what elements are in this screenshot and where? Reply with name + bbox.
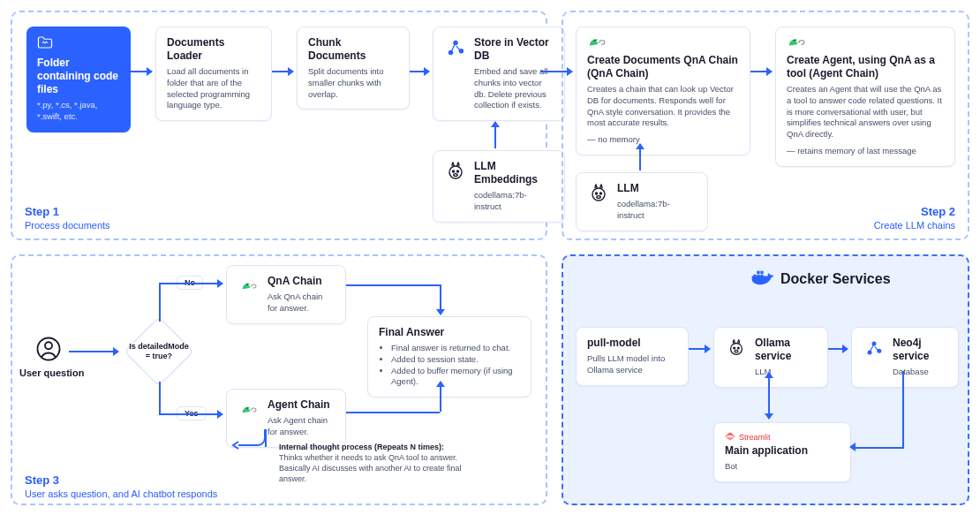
arrow-folder-loader xyxy=(131,71,152,72)
final-title: Final Answer xyxy=(379,326,520,339)
arrow-no-to-qna xyxy=(159,283,222,284)
ollama-title: Ollama service xyxy=(755,337,817,363)
agent-small-title: Agent Chain xyxy=(268,398,335,412)
agent-chain-desc: Creates an Agent that will use the QnA a… xyxy=(787,84,944,140)
streamlit-icon xyxy=(725,432,735,443)
streamlit-label: Streamlit xyxy=(739,433,771,442)
arrow-embed-vector xyxy=(494,122,496,148)
step2-label: Step 2 xyxy=(921,205,955,218)
vector-title: Store in Vector DB xyxy=(474,36,554,63)
arrow-vector-qna xyxy=(540,71,572,72)
final-bullet-1: Final answer is returned to chat. xyxy=(391,343,520,354)
ollama-card: Ollama service LLM xyxy=(713,327,828,388)
svg-point-1 xyxy=(453,41,458,46)
line-qna-out xyxy=(346,284,440,286)
services-title: Docker Services xyxy=(780,271,891,287)
loader-title: Documents Loader xyxy=(167,36,260,63)
step3-label: Step 3 xyxy=(25,473,59,487)
svg-point-25 xyxy=(735,350,738,352)
parrot-link-icon xyxy=(787,36,944,50)
svg-point-10 xyxy=(596,193,598,194)
qna-chain-desc: Creates a chain that can look up Vector … xyxy=(587,84,739,129)
user-icon xyxy=(35,336,62,364)
main-desc: Bot xyxy=(725,461,840,473)
llama-icon xyxy=(587,182,610,205)
svg-point-7 xyxy=(594,40,595,41)
folder-caption: *.py, *.cs, *.java, *.swift, etc. xyxy=(37,100,120,123)
embed-card: LLM Embeddings codellama:7b-instruct xyxy=(433,150,565,223)
arrow-user-decision xyxy=(69,351,118,352)
svg-point-11 xyxy=(600,193,602,194)
user-label: User question xyxy=(19,367,84,378)
svg-point-12 xyxy=(597,196,600,199)
decision-label: Is detailedMode = true? xyxy=(124,316,194,387)
llama-icon xyxy=(725,337,748,360)
svg-point-24 xyxy=(737,347,739,349)
svg-point-14 xyxy=(45,342,52,349)
step3-subtitle: User asks question, and AI chatbot respo… xyxy=(25,488,217,499)
parrot-link-icon xyxy=(237,275,260,298)
pull-model-card: pull-model Pulls LLM model into Ollama s… xyxy=(576,327,689,386)
arrow-qna-agent xyxy=(750,71,772,72)
svg-point-6 xyxy=(454,174,457,177)
folder-title: Folder containing code files xyxy=(37,57,120,96)
svg-point-23 xyxy=(734,347,735,349)
svg-point-0 xyxy=(449,50,454,56)
loader-desc: Load all documents in folder that are of… xyxy=(167,66,260,111)
arrowhead-neo4j-main xyxy=(849,443,856,451)
arrow-yes-to-agent xyxy=(159,413,222,415)
llama-icon xyxy=(444,160,467,183)
llm-desc: codellama:7b-instruct xyxy=(617,199,697,222)
neo4j-title: Neo4j service xyxy=(893,337,947,363)
svg-point-8 xyxy=(794,40,795,41)
agent-small-desc: Ask Agent chain for answer. xyxy=(268,415,335,438)
final-answer-card: Final Answer Final answer is returned to… xyxy=(367,316,531,398)
services-title-row: Docker Services xyxy=(750,269,891,290)
svg-point-4 xyxy=(453,170,455,172)
line-neo4j-down xyxy=(902,371,904,447)
embed-desc: codellama:7b-instruct xyxy=(474,190,554,213)
neo4j-icon xyxy=(444,36,467,59)
folder-icon xyxy=(37,35,120,51)
svg-rect-21 xyxy=(760,271,763,274)
vector-card: Store in Vector DB Embed and save all ch… xyxy=(433,27,565,121)
final-bullet-3: Added to buffer memory (if using Agent). xyxy=(391,366,520,389)
pull-title: pull-model xyxy=(587,337,677,350)
thought-heading: Internal thought process (Repeats N time… xyxy=(279,443,444,451)
chunk-card: Chunk Documents Split documents into sma… xyxy=(297,27,410,110)
line-yes-down xyxy=(159,382,161,413)
arrow-loader-chunk xyxy=(272,71,293,72)
llm-card: LLM codellama:7b-instruct xyxy=(576,172,708,231)
arrow-llm-qna xyxy=(639,144,641,170)
agent-chain-card: Create Agent, using QnA as a tool (Agent… xyxy=(775,27,955,167)
qna-chain-title: Create Documents QnA Chain (QnA Chain) xyxy=(587,54,739,80)
decision-diamond: Is detailedMode = true? xyxy=(124,316,194,387)
pull-desc: Pulls LLM model into Ollama service xyxy=(587,353,677,376)
main-app-card: Streamlit Main application Bot xyxy=(713,422,851,482)
thought-text: Internal thought process (Repeats N time… xyxy=(279,442,464,485)
qna-chain-card: Create Documents QnA Chain (QnA Chain) C… xyxy=(576,27,750,155)
qna-small-card: QnA Chain Ask QnA chain for answer. xyxy=(226,265,346,324)
qna-small-title: QnA Chain xyxy=(268,275,335,288)
chunk-desc: Split documents into smaller chunks with… xyxy=(308,66,398,100)
line-neo4j-horiz xyxy=(855,447,904,449)
arrow-qna-final xyxy=(440,284,441,314)
vector-desc: Embed and save all chunks into vector db… xyxy=(474,66,554,111)
loader-card: Documents Loader Load all documents in f… xyxy=(155,27,272,121)
neo4j-icon xyxy=(863,337,886,360)
agent-chain-note: — retains memory of last message xyxy=(787,146,944,157)
svg-point-27 xyxy=(872,342,877,346)
streamlit-tag-row: Streamlit xyxy=(725,432,840,443)
llm-title: LLM xyxy=(617,182,697,195)
arrow-ollama-neo4j xyxy=(828,348,848,350)
step2-subtitle: Create LLM chains xyxy=(874,220,955,231)
docker-icon xyxy=(750,269,773,290)
svg-point-16 xyxy=(246,407,247,408)
loop-curve xyxy=(231,429,270,451)
folder-card: Folder containing code files *.py, *.cs,… xyxy=(26,27,131,133)
qna-chain-note: — no memory xyxy=(587,134,739,146)
svg-point-5 xyxy=(457,170,459,172)
svg-rect-20 xyxy=(757,271,759,274)
qna-small-desc: Ask QnA chain for answer. xyxy=(268,292,335,314)
line-no-up xyxy=(159,283,161,322)
